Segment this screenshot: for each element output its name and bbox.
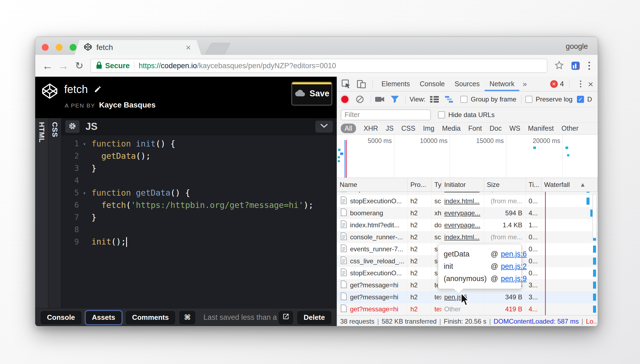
column-header-size[interactable]: Size — [484, 178, 526, 192]
extension-icon[interactable] — [571, 62, 580, 70]
panel-tab-css[interactable]: CSS — [48, 118, 61, 308]
view-list-icon[interactable] — [430, 96, 439, 103]
keyboard-shortcuts-button[interactable]: ⌘ — [179, 311, 195, 324]
new-tab-button[interactable] — [205, 43, 231, 55]
request-initiator-cell[interactable]: index.html... — [442, 231, 484, 243]
footer-button-assets[interactable]: Assets — [86, 311, 122, 324]
url-text[interactable]: https://codepen.io/kaycebasques/pen/pdyN… — [139, 62, 336, 70]
sort-arrow-icon[interactable]: ▲ — [580, 181, 586, 188]
type-filter-doc[interactable]: Doc — [490, 124, 502, 132]
type-filter-js[interactable]: JS — [386, 124, 394, 132]
tooltip-source-link[interactable]: pen.js:2 — [501, 262, 527, 271]
codepen-logo-icon[interactable] — [41, 83, 58, 101]
column-header-waterfall[interactable]: Waterfall — [541, 178, 598, 192]
preserve-log-label[interactable]: Preserve log — [536, 96, 573, 103]
chrome-menu-icon[interactable] — [587, 61, 591, 71]
filter-input[interactable] — [341, 109, 431, 120]
code-line[interactable]: 6 fetch('https:/httpbin.org/get?message=… — [61, 199, 337, 211]
close-window-button[interactable] — [42, 44, 49, 51]
back-icon[interactable]: ← — [40, 60, 55, 71]
inspect-element-icon[interactable] — [341, 79, 351, 89]
devtools-close-icon[interactable]: × — [588, 79, 593, 89]
js-code-editor[interactable]: 1▾function init() {2 getData();3}45▾func… — [61, 135, 337, 308]
request-waterfall-cell[interactable] — [541, 279, 598, 291]
column-header-ti[interactable]: Ti... — [526, 178, 541, 192]
type-filter-xhr[interactable]: XHR — [364, 124, 378, 132]
disable-cache-label-clipped[interactable]: D — [587, 96, 592, 103]
address-bar[interactable]: Secure https://codepen.io/kaycebasques/p… — [90, 59, 547, 73]
reload-icon[interactable]: ↻ — [71, 61, 87, 71]
fold-arrow-icon[interactable]: ▾ — [83, 190, 86, 196]
pen-author[interactable]: Kayce Basques — [99, 101, 156, 109]
code-line[interactable]: 7} — [61, 211, 337, 223]
table-row[interactable]: index.html?edit...h2doeverypage...1.4 KB… — [337, 219, 598, 231]
open-external-button[interactable] — [279, 311, 293, 324]
group-by-frame-checkbox[interactable] — [460, 96, 467, 103]
request-waterfall-cell[interactable] — [541, 231, 598, 243]
panel-tab-html[interactable]: HTML — [35, 118, 48, 308]
request-name-cell[interactable]: get?message=hi — [337, 279, 408, 291]
request-name-cell[interactable]: get?message=hi — [337, 303, 408, 315]
clear-network-log-icon[interactable] — [355, 95, 364, 104]
disable-cache-checkbox[interactable]: ✓ — [577, 96, 584, 103]
initiator-link[interactable]: everypage... — [444, 221, 480, 229]
forward-icon[interactable]: → — [55, 60, 71, 71]
devtools-tab-console[interactable]: Console — [415, 77, 450, 91]
type-filter-font[interactable]: Font — [468, 124, 482, 132]
record-network-log-button[interactable] — [341, 96, 348, 103]
request-name-cell[interactable]: index.html?edit... — [337, 219, 408, 231]
security-label[interactable]: Secure — [105, 62, 130, 70]
initiator-link[interactable]: everypage... — [444, 209, 480, 217]
type-filter-css[interactable]: CSS — [401, 124, 415, 132]
hide-data-urls-checkbox[interactable] — [438, 111, 445, 118]
device-toolbar-icon[interactable] — [357, 79, 366, 89]
edit-pencil-icon[interactable] — [94, 83, 102, 96]
request-waterfall-cell[interactable] — [541, 303, 598, 315]
code-line[interactable]: 3} — [61, 162, 337, 174]
console-error-badge[interactable]: ✕ 4 — [550, 80, 564, 88]
table-row[interactable]: stopExecutionO...h2scrindex.html...(from… — [337, 195, 598, 207]
tab-close-icon[interactable]: × — [186, 43, 191, 53]
code-line[interactable]: 9init(); — [61, 236, 337, 248]
column-header-pro[interactable]: Pro... — [408, 178, 432, 192]
devtools-menu-icon[interactable] — [578, 80, 583, 87]
footer-button-comments[interactable]: Comments — [126, 311, 175, 324]
code-line[interactable]: 8 — [61, 223, 337, 236]
request-waterfall-cell[interactable] — [541, 291, 598, 303]
table-row-partial[interactable]: stopExecutionO...h2scrindex.html...(from… — [337, 192, 598, 195]
request-waterfall-cell[interactable] — [541, 192, 598, 195]
zoom-window-button[interactable] — [70, 44, 76, 51]
delete-button[interactable]: Delete — [297, 311, 331, 324]
request-waterfall-cell[interactable] — [541, 207, 598, 219]
js-panel-collapse-button[interactable] — [315, 121, 333, 133]
preserve-log-checkbox[interactable] — [525, 96, 532, 103]
code-line[interactable]: 5▾function getData() { — [61, 187, 337, 199]
type-filter-ws[interactable]: WS — [509, 124, 520, 132]
request-name-cell[interactable]: get?message=hi — [337, 291, 408, 303]
request-name-cell[interactable]: stopExecutionO... — [337, 267, 408, 279]
code-line[interactable]: 1▾function init() { — [61, 138, 337, 150]
column-header-initiator[interactable]: Initiator — [442, 178, 484, 192]
request-waterfall-cell[interactable] — [541, 195, 598, 207]
request-initiator-cell[interactable]: everypage... — [442, 219, 484, 231]
type-filter-img[interactable]: Img — [423, 124, 434, 132]
group-by-frame-label[interactable]: Group by frame — [471, 96, 516, 103]
devtools-tab-sources[interactable]: Sources — [450, 77, 485, 91]
request-name-cell[interactable]: stopExecutionO... — [337, 195, 408, 207]
code-line[interactable]: 4 — [61, 174, 337, 187]
hide-data-urls-label[interactable]: Hide data URLs — [448, 111, 494, 119]
tooltip-source-link[interactable]: pen.js:9 — [501, 275, 527, 283]
table-row[interactable]: boomerangh2xhreverypage...594 B4... — [337, 207, 598, 219]
column-header-ty[interactable]: Ty — [432, 178, 442, 192]
type-filter-manifest[interactable]: Manifest — [528, 124, 554, 132]
request-name-cell[interactable]: stopExecutionO... — [337, 192, 408, 195]
type-filter-all[interactable]: All — [341, 124, 356, 133]
code-line[interactable]: 2 getData(); — [61, 150, 337, 162]
browser-tab-fetch[interactable]: fetch × — [75, 40, 201, 55]
footer-button-console[interactable]: Console — [41, 311, 81, 324]
capture-screenshots-icon[interactable] — [375, 96, 385, 103]
request-waterfall-cell[interactable] — [541, 219, 598, 231]
request-initiator-cell[interactable]: index.html... — [442, 195, 484, 207]
request-name-cell[interactable]: css_live_reload_... — [337, 255, 408, 267]
js-settings-button[interactable] — [65, 120, 79, 133]
